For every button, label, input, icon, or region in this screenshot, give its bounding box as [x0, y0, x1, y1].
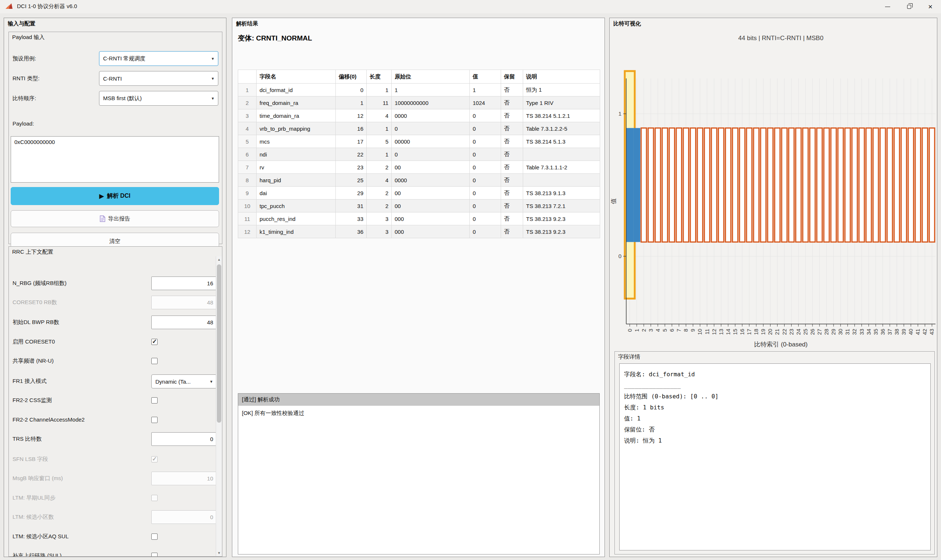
- rrc-field-checkbox[interactable]: [151, 552, 158, 557]
- bit-bar-zero: [824, 128, 829, 242]
- table-row[interactable]: 12k1_timing_ind3630000否TS 38.213 9.2.3: [238, 225, 600, 238]
- table-header-cell[interactable]: 偏移(0): [336, 70, 367, 83]
- table-row[interactable]: 7rv232000否Table 7.3.1.1.1-2: [238, 161, 600, 174]
- x-tick-label: 29: [830, 329, 836, 335]
- table-cell: pucch_res_ind: [257, 212, 336, 225]
- field-details-text[interactable]: 字段名: dci_format_id ________________ 比特范围…: [619, 363, 931, 551]
- payload-panel-title: Payload 输入: [12, 34, 45, 41]
- table-row[interactable]: 1dci_format_id0111否恒为 1: [238, 83, 600, 97]
- table-cell: 0: [470, 174, 501, 187]
- rrc-field-dropdown[interactable]: Dynamic (Ta...▼: [151, 374, 217, 388]
- table-header-cell[interactable]: 原始位: [392, 70, 470, 83]
- table-cell: mcs: [257, 135, 336, 148]
- preset-dropdown[interactable]: C-RNTI 常规调度 ▼: [99, 51, 218, 66]
- bit-bar-zero: [887, 128, 893, 242]
- table-cell: 0: [392, 148, 470, 161]
- table-header-cell[interactable]: 值: [470, 70, 501, 83]
- payload-input[interactable]: 0xC0000000000: [11, 136, 219, 183]
- table-cell: 1: [470, 83, 501, 97]
- table-cell: 否: [501, 148, 523, 161]
- scrollbar-thumb[interactable]: [217, 265, 221, 423]
- scroll-up-icon[interactable]: ▲: [216, 256, 222, 263]
- table-row[interactable]: 6ndi22100否: [238, 148, 600, 161]
- table-header-row: 字段名偏移(0)长度原始位值保留说明: [238, 70, 600, 83]
- rrc-scrollbar[interactable]: ▲ ▼: [216, 256, 222, 556]
- table-cell: TS 38.213 9.2.3: [523, 212, 600, 225]
- table-row[interactable]: 10tpc_pucch312000否TS 38.213 7.2.1: [238, 200, 600, 212]
- field-details-panel: 字段详情 字段名: dci_format_id ________________…: [615, 351, 935, 554]
- table-cell: 1: [367, 122, 392, 135]
- x-tick-label: 17: [746, 329, 752, 335]
- scroll-down-icon[interactable]: ▼: [216, 550, 222, 556]
- x-tick-label: 18: [753, 329, 759, 335]
- rrc-field-checkbox[interactable]: [151, 358, 158, 364]
- table-header-cell[interactable]: 说明: [523, 70, 600, 83]
- bit-bar-one: [626, 128, 633, 242]
- bit-bar-zero: [761, 128, 766, 242]
- rrc-field-checkbox[interactable]: [151, 417, 158, 423]
- table-row[interactable]: 8harq_pid25400000否: [238, 174, 600, 187]
- bit-bar-zero: [662, 128, 668, 242]
- rrc-panel-title: RRC 上下文配置: [12, 249, 53, 255]
- table-cell: 否: [501, 109, 523, 122]
- minimize-button[interactable]: [877, 0, 898, 13]
- table-cell: 00: [392, 161, 470, 174]
- x-axis-label: 比特索引 (0-based): [754, 341, 807, 348]
- table-header-cell[interactable]: [238, 70, 257, 83]
- parse-dci-button[interactable]: ▶ 解析 DCI: [11, 187, 219, 205]
- table-header-cell[interactable]: 保留: [501, 70, 523, 83]
- table-cell: 否: [501, 212, 523, 225]
- table-cell: 3: [367, 212, 392, 225]
- rrc-field-label: LTM: 候选小区数: [12, 514, 54, 521]
- window-title: DCI 1-0 协议分析器 v6.0: [17, 3, 77, 10]
- table-row[interactable]: 9dai292000否TS 38.213 9.1.3: [238, 187, 600, 200]
- bitorder-dropdown[interactable]: MSB first (默认) ▼: [99, 91, 218, 106]
- chevron-down-icon: ▼: [209, 380, 213, 384]
- export-report-button[interactable]: 导出报告: [11, 210, 219, 227]
- table-row[interactable]: 3time_domain_ra12400000否TS 38.214 5.1.2.…: [238, 109, 600, 122]
- table-cell: 1: [336, 97, 367, 109]
- table-row[interactable]: 11pucch_res_ind3330000否TS 38.213 9.2.3: [238, 212, 600, 225]
- rrc-field-input[interactable]: 0: [151, 432, 217, 446]
- table-row[interactable]: 5mcs175000000否TS 38.214 5.1.3: [238, 135, 600, 148]
- rrc-field-checkbox[interactable]: [151, 534, 158, 540]
- bit-bar-zero: [922, 128, 928, 242]
- table-cell: 10: [238, 200, 257, 212]
- table-cell: dci_format_id: [257, 83, 336, 97]
- x-tick-label: 30: [837, 329, 843, 335]
- x-tick-label: 20: [767, 329, 773, 335]
- table-cell: Table 7.3.1.1.1-2: [523, 161, 600, 174]
- x-tick-label: 7: [675, 329, 682, 332]
- table-cell: dai: [257, 187, 336, 200]
- table-header-cell[interactable]: 长度: [367, 70, 392, 83]
- restore-button[interactable]: [898, 0, 919, 13]
- y-tick-label: 1: [618, 111, 621, 117]
- x-tick-label: 43: [929, 329, 935, 335]
- rrc-field-input: 10: [151, 472, 217, 485]
- table-cell: 0: [470, 225, 501, 238]
- table-row[interactable]: 4vrb_to_prb_mapping16100否Table 7.3.1.2.2…: [238, 122, 600, 135]
- bit-chart[interactable]: 0101234567891011121314151617181920212223…: [610, 20, 938, 351]
- result-table[interactable]: 字段名偏移(0)长度原始位值保留说明1dci_format_id0111否恒为 …: [238, 69, 600, 238]
- rrc-field-label: 共享频谱 (NR-U): [12, 357, 54, 365]
- table-cell: 36: [336, 225, 367, 238]
- minimize-icon: [885, 7, 890, 7]
- rrc-field-input[interactable]: 48: [151, 315, 217, 329]
- table-cell: 000: [392, 212, 470, 225]
- table-header-cell[interactable]: 字段名: [257, 70, 336, 83]
- table-cell: vrb_to_prb_mapping: [257, 122, 336, 135]
- rnti-dropdown[interactable]: C-RNTI ▼: [99, 71, 218, 86]
- x-tick-label: 35: [873, 329, 879, 335]
- table-row[interactable]: 2freq_domain_ra111100000000001024否Type 1…: [238, 97, 600, 109]
- rrc-field-label: SFN LSB 字段: [12, 456, 48, 463]
- rrc-field-checkbox[interactable]: [151, 339, 158, 345]
- table-cell: 11: [238, 212, 257, 225]
- x-tick-label: 5: [661, 329, 668, 332]
- close-button[interactable]: ×: [919, 0, 941, 13]
- clear-label: 清空: [109, 238, 120, 245]
- x-tick-label: 6: [669, 329, 675, 332]
- bit-bar-zero: [669, 128, 675, 242]
- rrc-field-input[interactable]: 16: [151, 277, 217, 290]
- rrc-field-checkbox[interactable]: [151, 397, 158, 403]
- chart-title: 44 bits | RNTI=C-RNTI | MSB0: [738, 35, 823, 42]
